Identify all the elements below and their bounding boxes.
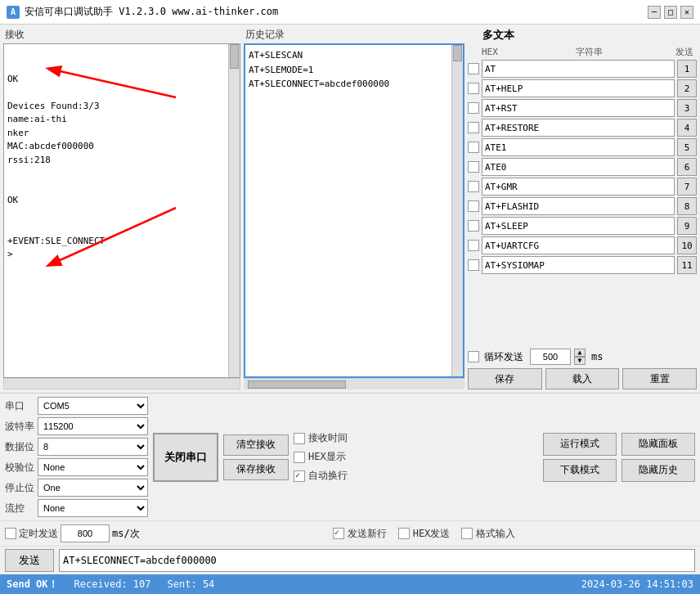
baud-select[interactable]: 115200 — [38, 417, 148, 435]
send-options: 发送新行 HEX发送 格式输入 — [153, 527, 695, 541]
reset-multitext-button[interactable]: 重置 — [622, 368, 697, 389]
mt-row: 9 — [468, 217, 697, 235]
titlebar-left: A 安信可串口调试助手 V1.2.3.0 www.ai-thinker.com — [7, 5, 278, 19]
minimize-button[interactable]: ─ — [648, 6, 661, 19]
receive-panel: 接收 OK Devices Found:3/3 name:ai-thi nker… — [3, 28, 240, 389]
history-hscroll-thumb[interactable] — [248, 380, 346, 389]
mt-send-btn-9[interactable]: 10 — [677, 236, 697, 254]
mt-send-btn-1[interactable]: 2 — [677, 79, 697, 97]
receive-textarea[interactable]: OK Devices Found:3/3 name:ai-thi nker MA… — [3, 43, 240, 378]
baud-label: 波特率 — [5, 420, 34, 434]
hex-show-label: HEX显示 — [308, 450, 346, 464]
maximize-button[interactable]: □ — [664, 6, 677, 19]
history-label: 历史记录 — [244, 28, 464, 42]
history-panel: 历史记录 AT+SLESCAN AT+SLEMODE=1 AT+SLECONNE… — [244, 28, 464, 389]
history-textarea[interactable]: AT+SLESCAN AT+SLEMODE=1 AT+SLECONNECT=ab… — [244, 43, 464, 378]
loop-send-checkbox[interactable] — [468, 351, 479, 362]
send-input[interactable] — [59, 549, 695, 572]
loop-spin-up[interactable]: ▲ — [574, 349, 586, 357]
loop-spin-down[interactable]: ▼ — [574, 357, 586, 365]
timed-send-checkbox[interactable] — [5, 528, 16, 539]
close-button[interactable]: ✕ — [680, 6, 693, 19]
timed-send-input[interactable] — [61, 524, 110, 542]
loop-send-label: 循环发送 — [484, 350, 523, 364]
mt-checkbox-5[interactable] — [468, 161, 479, 173]
data-select[interactable]: 8 — [38, 438, 148, 456]
save-receive-button[interactable]: 保存接收 — [223, 459, 289, 480]
mt-row: 5 — [468, 138, 697, 156]
mt-send-btn-0[interactable]: 1 — [677, 60, 697, 78]
check-select[interactable]: None — [38, 458, 148, 476]
mt-checkbox-10[interactable] — [468, 259, 479, 271]
mt-checkbox-0[interactable] — [468, 63, 479, 74]
load-multitext-button[interactable]: 载入 — [545, 368, 620, 389]
mt-checkbox-9[interactable] — [468, 240, 479, 251]
mt-checkbox-3[interactable] — [468, 122, 479, 133]
receive-scrollbar[interactable] — [228, 44, 240, 377]
mt-checkbox-4[interactable] — [468, 142, 479, 153]
statusbar-datetime: 2024-03-26 14:51:03 — [581, 578, 693, 590]
clear-receive-button[interactable]: 清空接收 — [223, 434, 289, 456]
hex-show-checkbox[interactable] — [294, 452, 305, 463]
mt-input-3[interactable] — [482, 119, 675, 137]
mt-col-headers: HEX 字符串 发送 — [468, 46, 697, 58]
mt-send-btn-6[interactable]: 7 — [677, 178, 697, 196]
mt-input-4[interactable] — [482, 138, 675, 156]
loop-send-row: 循环发送 500 ▲ ▼ ms — [468, 349, 697, 365]
mt-send-btn-3[interactable]: 4 — [677, 119, 697, 137]
mt-send-btn-10[interactable]: 11 — [677, 256, 697, 274]
mt-input-6[interactable] — [482, 178, 675, 196]
receive-scroll-thumb[interactable] — [230, 44, 239, 69]
mt-checkbox-2[interactable] — [468, 102, 479, 114]
hide-history-button[interactable]: 隐藏历史 — [621, 459, 695, 482]
flow-select[interactable]: None — [38, 499, 148, 517]
mt-input-8[interactable] — [482, 217, 675, 235]
mt-input-7[interactable] — [482, 197, 675, 215]
mt-input-10[interactable] — [482, 256, 675, 274]
receive-content: OK Devices Found:3/3 name:ai-thi nker MA… — [7, 73, 236, 262]
mt-checkbox-1[interactable] — [468, 83, 479, 94]
str-col-label: 字符串 — [509, 46, 670, 58]
mt-input-2[interactable] — [482, 99, 675, 117]
mt-send-btn-5[interactable]: 6 — [677, 158, 697, 176]
send-newline-checkbox[interactable] — [333, 528, 344, 539]
right-mode-buttons: 运行模式 隐藏面板 下载模式 隐藏历史 — [352, 433, 695, 482]
hide-panel-button[interactable]: 隐藏面板 — [621, 433, 695, 456]
sent-label: Sent: 54 — [168, 578, 215, 590]
open-port-button[interactable]: 关闭串口 — [153, 433, 218, 482]
timed-send-section: 定时发送 ms/次 — [5, 524, 148, 542]
multitext-header: 多文本 — [468, 28, 697, 43]
mt-input-1[interactable] — [482, 79, 675, 97]
save-multitext-button[interactable]: 保存 — [468, 368, 542, 389]
mt-send-btn-4[interactable]: 5 — [677, 138, 697, 156]
hex-send-checkbox[interactable] — [398, 528, 410, 539]
auto-newline-checkbox[interactable] — [294, 470, 305, 482]
toolbar-row2: 定时发送 ms/次 发送新行 HEX发送 格式输入 — [0, 521, 700, 547]
history-scroll-thumb[interactable] — [453, 45, 462, 61]
run-mode-button[interactable]: 运行模式 — [543, 433, 617, 456]
mt-input-9[interactable] — [482, 236, 675, 254]
hex-show-row: HEX显示 — [294, 450, 348, 464]
mt-checkbox-7[interactable] — [468, 200, 479, 212]
mt-checkbox-6[interactable] — [468, 181, 479, 192]
mt-input-5[interactable] — [482, 158, 675, 176]
mt-input-0[interactable] — [482, 60, 675, 78]
port-label: 串口 — [5, 399, 34, 413]
mt-send-btn-2[interactable]: 3 — [677, 99, 697, 117]
timed-send-label: 定时发送 — [19, 527, 58, 541]
recv-time-row: 接收时间 — [294, 431, 348, 445]
port-select[interactable]: COM5 — [38, 397, 148, 415]
recv-time-checkbox[interactable] — [294, 433, 305, 444]
mt-send-btn-8[interactable]: 9 — [677, 217, 697, 235]
send-button[interactable]: 发送 — [5, 549, 54, 572]
mt-send-btn-7[interactable]: 8 — [677, 197, 697, 215]
loop-send-input[interactable]: 500 — [530, 349, 571, 365]
stop-select[interactable]: One — [38, 479, 148, 497]
auto-newline-row: 自动换行 — [294, 469, 348, 483]
history-hscrollbar[interactable] — [244, 378, 464, 389]
format-input-checkbox[interactable] — [461, 528, 473, 539]
mt-checkbox-8[interactable] — [468, 220, 479, 232]
history-scrollbar[interactable] — [451, 45, 463, 376]
download-mode-button[interactable]: 下载模式 — [543, 459, 617, 482]
receive-hscrollbar[interactable] — [3, 378, 240, 389]
